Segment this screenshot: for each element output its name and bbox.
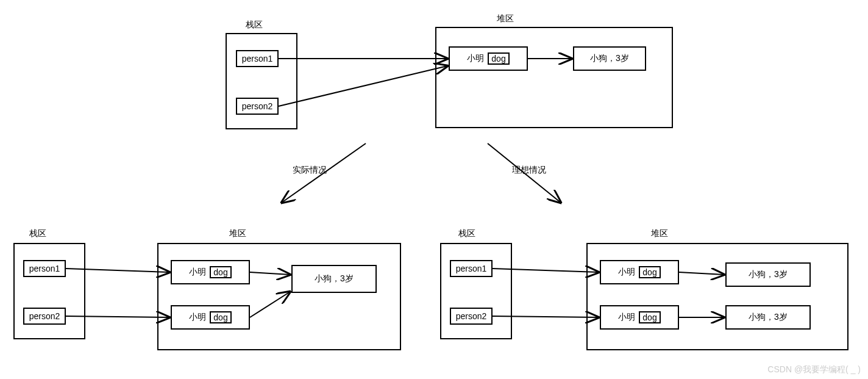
doginfo-br2: 小狗，3岁 bbox=[725, 305, 811, 330]
label-heap-br: 堆区 bbox=[651, 228, 668, 239]
stack-box-bl bbox=[13, 243, 85, 339]
person2-br-text: person2 bbox=[456, 311, 487, 321]
label-heap-bl: 堆区 bbox=[229, 228, 246, 239]
doginfo-br1: 小狗，3岁 bbox=[725, 262, 811, 287]
obj-xiaoming-br1: 小明 dog bbox=[600, 260, 679, 284]
person2-box-bl: person2 bbox=[23, 308, 66, 325]
dog-inner-top: dog bbox=[488, 52, 509, 65]
doginfo-top: 小狗，3岁 bbox=[573, 46, 646, 71]
person2-box-top: person2 bbox=[236, 98, 279, 115]
person1-box-bl: person1 bbox=[23, 260, 66, 277]
doginfo-bl-text: 小狗，3岁 bbox=[315, 273, 354, 284]
label-actual: 实际情况 bbox=[293, 165, 327, 176]
xiaoming-text: 小明 bbox=[467, 53, 484, 64]
dog-inner-bl1: dog bbox=[210, 266, 231, 278]
label-stack-top: 栈区 bbox=[246, 20, 263, 31]
xiaoming-br1-text: 小明 bbox=[618, 267, 635, 278]
xiaoming-br2-text: 小明 bbox=[618, 312, 635, 323]
dog-inner-bl2: dog bbox=[210, 311, 231, 323]
person1-box-top: person1 bbox=[236, 50, 279, 67]
xiaoming-bl1-text: 小明 bbox=[189, 267, 206, 278]
label-stack-br: 栈区 bbox=[458, 228, 475, 239]
label-heap-top: 堆区 bbox=[497, 13, 514, 24]
obj-xiaoming-bl1: 小明 dog bbox=[171, 260, 250, 284]
stack-box-top bbox=[226, 33, 297, 129]
doginfo-br2-text: 小狗，3岁 bbox=[749, 312, 788, 323]
person1-box-br: person1 bbox=[450, 260, 493, 277]
obj-xiaoming-br2: 小明 dog bbox=[600, 305, 679, 330]
person1-bl-text: person1 bbox=[29, 264, 60, 273]
person2-text: person2 bbox=[242, 101, 273, 111]
person2-bl-text: person2 bbox=[29, 311, 60, 321]
obj-xiaoming-top: 小明 dog bbox=[449, 46, 528, 71]
obj-xiaoming-bl2: 小明 dog bbox=[171, 305, 250, 330]
watermark: CSDN @我要学编程( _ ) bbox=[767, 364, 861, 375]
dog-inner-br2: dog bbox=[639, 311, 660, 323]
doginfo-bl: 小狗，3岁 bbox=[291, 265, 377, 293]
doginfo-text: 小狗，3岁 bbox=[590, 53, 629, 64]
svg-line-1 bbox=[279, 66, 447, 106]
heap-box-top bbox=[435, 27, 673, 128]
label-ideal: 理想情况 bbox=[512, 165, 546, 176]
xiaoming-bl2-text: 小明 bbox=[189, 312, 206, 323]
heap-box-br bbox=[586, 243, 848, 350]
stack-box-br bbox=[440, 243, 512, 339]
person2-box-br: person2 bbox=[450, 308, 493, 325]
label-stack-bl: 栈区 bbox=[29, 228, 46, 239]
dog-inner-br1: dog bbox=[639, 266, 660, 278]
person1-br-text: person1 bbox=[456, 264, 487, 273]
heap-box-bl bbox=[157, 243, 401, 350]
person1-text: person1 bbox=[242, 54, 273, 63]
doginfo-br1-text: 小狗，3岁 bbox=[749, 269, 788, 280]
